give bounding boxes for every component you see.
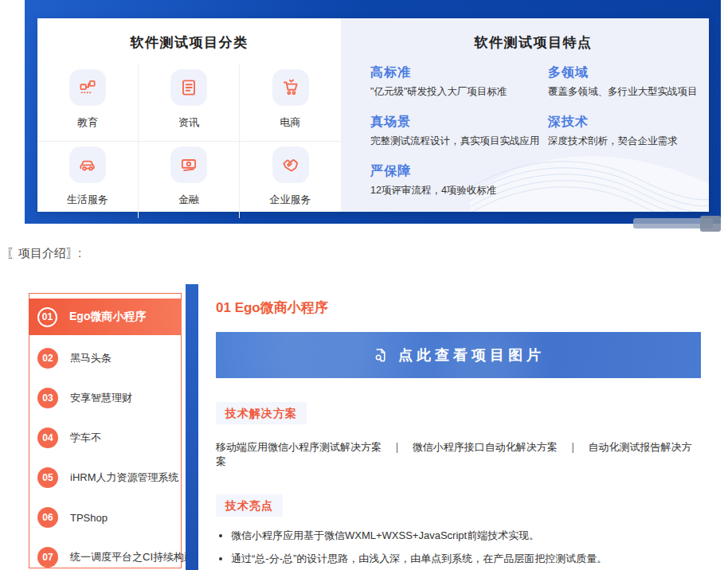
highlight-list: 微信小程序应用基于微信WXML+WXSS+JavaScript前端技术实现。 通… <box>216 529 701 570</box>
project-intro-section: 01 Ego微商小程序 02 黑马头条 03 安享智慧理财 04 学车不 05 … <box>29 293 728 570</box>
watermark-smudge <box>700 216 721 232</box>
features-title: 软件测试项目特点 <box>370 34 696 52</box>
feature-desc: 深度技术剖析，契合企业需求 <box>548 135 698 147</box>
features-grid: 高标准 "亿元级"研发投入大厂项目标准 多领域 覆盖多领域、多行业大型实战项目 … <box>370 64 696 197</box>
view-project-images-label: 点此查看项目图片 <box>398 346 545 365</box>
category-finance: 金融 <box>139 142 240 218</box>
finance-icon <box>170 146 207 183</box>
feature-desc: 12项评审流程，4项验收标准 <box>370 184 548 197</box>
highlight-item: 通过“总-分-总”的设计思路，由浅入深，由单点到系统，在产品层面把控测试质量。 <box>231 552 701 565</box>
solution-heading: 技术解决方案 <box>216 402 307 424</box>
nav-item-number: 02 <box>37 348 58 369</box>
feature-desc: 完整测试流程设计，真实项目实战应用 <box>370 135 548 147</box>
category-label: 企业服务 <box>270 193 311 207</box>
highlight-item: 微信小程序应用基于微信WXML+WXSS+JavaScript前端技术实现。 <box>231 529 701 542</box>
hero-banner: 软件测试项目分类 教育 <box>25 0 721 224</box>
category-news: 资讯 <box>139 64 240 142</box>
nav-item-ihrm[interactable]: 05 iHRM人力资源管理系统 <box>29 458 181 498</box>
nav-item-number: 06 <box>37 507 58 528</box>
category-education: 教育 <box>37 64 139 142</box>
nav-item-xuechebu[interactable]: 04 学车不 <box>29 418 181 458</box>
education-icon <box>69 69 106 106</box>
feature-heading: 多领域 <box>548 64 698 80</box>
nav-item-number: 05 <box>37 467 58 488</box>
solutions-text: 移动端应用微信小程序测试解决方案 ｜ 微信小程序接口自动化解决方案 ｜ 自动化测… <box>216 440 701 469</box>
feature-heading: 真场景 <box>370 114 548 130</box>
nav-item-heima-toutiao[interactable]: 02 黑马头条 <box>29 338 181 378</box>
categories-grid: 教育 资讯 <box>37 64 341 218</box>
nav-item-number: 01 <box>37 307 57 327</box>
nav-item-number: 07 <box>37 547 58 568</box>
category-label: 电商 <box>280 115 301 130</box>
nav-item-number: 03 <box>37 388 58 408</box>
feature-desc: "亿元级"研发投入大厂项目标准 <box>370 85 548 98</box>
life-service-icon <box>69 146 106 183</box>
feature-item: 真场景 完整测试流程设计，真实项目实战应用 <box>370 114 548 147</box>
project-detail: 01 Ego微商小程序 点此查看项目图片 技术解决方案 移动端应用微信小程序测试… <box>198 293 728 570</box>
category-enterprise: 企业服务 <box>240 142 341 218</box>
feature-item: 严保障 12项评审流程，4项验收标准 <box>370 163 548 197</box>
categories-title: 软件测试项目分类 <box>37 34 341 52</box>
nav-item-tpshop[interactable]: 06 TPShop <box>29 498 181 537</box>
enterprise-icon <box>272 146 309 183</box>
category-label: 生活服务 <box>67 193 108 207</box>
feature-desc: 覆盖多领域、多行业大型实战项目 <box>548 85 698 98</box>
category-label: 资讯 <box>178 115 199 130</box>
divider-bar <box>186 284 198 570</box>
category-life-service: 生活服务 <box>37 142 139 218</box>
category-ecommerce: 电商 <box>240 64 341 142</box>
categories-panel: 软件测试项目分类 教育 <box>37 18 341 212</box>
category-label: 教育 <box>77 115 98 130</box>
section-label: 〖项目介绍〗: <box>6 245 728 261</box>
nav-item-number: 04 <box>37 428 58 448</box>
nav-item-label: iHRM人力资源管理系统 <box>70 470 179 485</box>
features-panel: 软件测试项目特点 高标准 "亿元级"研发投入大厂项目标准 多领域 覆盖多领域、多… <box>341 18 709 212</box>
nav-item-anxiang-licai[interactable]: 03 安享智慧理财 <box>29 378 181 418</box>
nav-item-label: 统一调度平台之CI持续构建 <box>70 550 194 564</box>
feature-heading: 严保障 <box>370 163 548 179</box>
nav-item-label: Ego微商小程序 <box>69 310 146 324</box>
feature-item: 多领域 覆盖多领域、多行业大型实战项目 <box>548 64 698 98</box>
nav-item-label: 黑马头条 <box>70 351 112 365</box>
preview-image-icon <box>372 347 389 364</box>
hero-card: 软件测试项目分类 教育 <box>37 18 709 212</box>
nav-item-ego-miniprogram[interactable]: 01 Ego微商小程序 <box>29 299 182 335</box>
view-project-images-button[interactable]: 点此查看项目图片 <box>216 332 701 378</box>
feature-heading: 高标准 <box>370 64 548 80</box>
feature-heading: 深技术 <box>548 114 698 130</box>
feature-item: 高标准 "亿元级"研发投入大厂项目标准 <box>370 64 548 98</box>
nav-item-label: 学车不 <box>70 431 101 445</box>
nav-item-ci-platform[interactable]: 07 统一调度平台之CI持续构建 <box>29 537 181 570</box>
highlight-heading: 技术亮点 <box>216 494 283 517</box>
nav-item-label: 安享智慧理财 <box>70 391 132 405</box>
category-label: 金融 <box>178 193 199 207</box>
project-nav: 01 Ego微商小程序 02 黑马头条 03 安享智慧理财 04 学车不 05 … <box>29 293 182 568</box>
ecommerce-icon <box>272 69 309 106</box>
project-detail-title: 01 Ego微商小程序 <box>216 299 701 317</box>
news-icon <box>170 69 207 106</box>
feature-item: 深技术 深度技术剖析，契合企业需求 <box>548 114 698 147</box>
nav-item-label: TPShop <box>70 512 108 524</box>
